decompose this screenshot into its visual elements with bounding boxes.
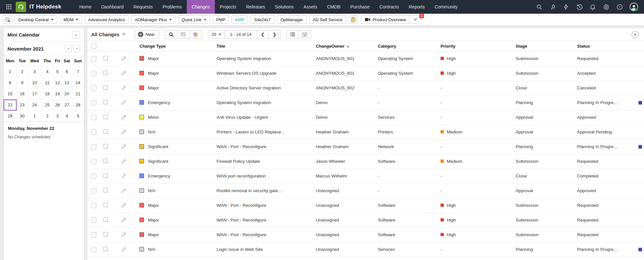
quicklink-admanager-plus[interactable]: ADManager Plus <box>131 15 175 24</box>
search-icon[interactable] <box>536 4 542 10</box>
table-row[interactable]: Major WAN - Port - Reconfigure Unassigne… <box>87 213 644 227</box>
calendar-day[interactable]: 19 <box>53 88 62 99</box>
calendar-day[interactable]: 11 <box>41 77 53 88</box>
list-view-icon[interactable] <box>286 30 299 39</box>
edit-pencil-icon[interactable] <box>121 57 127 62</box>
help-icon[interactable]: ? <box>616 4 623 10</box>
calendar-day[interactable]: 17 <box>28 88 41 99</box>
calendar-day[interactable]: 29 <box>4 111 17 122</box>
next-page-icon[interactable]: ❯ <box>269 30 281 39</box>
calendar-day[interactable]: 10 <box>28 77 41 88</box>
row-checkbox[interactable] <box>91 203 96 208</box>
calendar-day[interactable]: 5 <box>53 66 62 77</box>
quicklink-site24x7[interactable]: Site24x7 <box>250 15 274 24</box>
settings-icon[interactable] <box>603 4 609 10</box>
quicklink-mdm[interactable]: MDM <box>60 15 82 24</box>
table-row[interactable]: N/A Rootkit removal in security gate... … <box>87 183 644 198</box>
associate-icon[interactable] <box>103 86 108 91</box>
calendar-day[interactable]: 1 <box>28 111 41 122</box>
flash-icon[interactable] <box>563 4 569 10</box>
search-icon[interactable] <box>165 30 177 39</box>
prev-page-icon[interactable]: ❮ <box>257 30 269 39</box>
more-actions-icon[interactable] <box>632 31 639 38</box>
quicklink-pmp[interactable]: PMP <box>213 15 229 24</box>
clipboard-icon[interactable] <box>349 15 358 24</box>
associate-icon[interactable] <box>103 145 108 150</box>
notifications-icon[interactable] <box>589 4 596 10</box>
calendar-day[interactable]: 4 <box>41 66 53 77</box>
edit-pencil-icon[interactable] <box>121 189 127 194</box>
nav-item-changes[interactable]: Changes <box>187 0 215 14</box>
add-quicklink-icon[interactable] <box>3 15 12 24</box>
associate-icon[interactable] <box>103 160 108 165</box>
associate-icon[interactable] <box>103 72 108 77</box>
table-row[interactable]: Major WAN - Port - Reconfigure Unassigne… <box>87 227 644 242</box>
column-header-changeowner[interactable]: ChangeOwner▲ <box>314 41 376 51</box>
select-all-checkbox[interactable] <box>91 44 96 49</box>
calendar-day[interactable]: 26 <box>53 99 62 111</box>
calendar-day[interactable]: 21 <box>72 88 84 99</box>
nav-item-reports[interactable]: Reports <box>404 0 430 14</box>
helpdesk-logo-icon[interactable] <box>16 2 26 12</box>
nav-item-dashboard[interactable]: Dashboard <box>96 0 129 14</box>
calendar-day[interactable]: 3 <box>28 66 41 77</box>
row-checkbox[interactable] <box>91 247 96 252</box>
associate-icon[interactable] <box>103 204 108 209</box>
calendar-day[interactable]: 14 <box>72 77 84 88</box>
column-header-category[interactable]: Category <box>376 41 439 51</box>
prev-month-icon[interactable]: ‹ <box>65 45 72 52</box>
calendar-day[interactable]: 24 <box>28 99 41 111</box>
calendar-day[interactable]: 28 <box>72 99 84 111</box>
edit-pencil-icon[interactable] <box>121 101 127 106</box>
row-checkbox[interactable] <box>91 159 96 164</box>
edit-pencil-icon[interactable] <box>121 219 127 223</box>
history-icon[interactable] <box>576 4 583 10</box>
quicklink-advanced-analytics[interactable]: Advanced Analytics <box>85 15 129 24</box>
quicklink-desktop-central[interactable]: Desktop Central <box>15 15 57 24</box>
edit-pencil-icon[interactable] <box>121 233 127 238</box>
table-row[interactable]: Major Operating System migration ANONYMO… <box>87 51 644 66</box>
quicklink-kmp[interactable]: KMP <box>232 15 248 24</box>
table-row[interactable]: N/A Login Issue in Web Site Unassigned S… <box>87 242 644 257</box>
edit-pencil-icon[interactable] <box>121 160 127 165</box>
calendar-day[interactable]: 2 <box>17 66 28 77</box>
column-header-title[interactable]: Title <box>215 41 314 51</box>
associate-icon[interactable] <box>103 116 108 121</box>
column-header-status[interactable]: Status <box>575 41 644 51</box>
next-month-icon[interactable]: › <box>73 45 80 52</box>
calendar-day[interactable]: 16 <box>17 88 28 99</box>
calendar-day[interactable]: 12 <box>53 77 62 88</box>
table-row[interactable]: Emergency WAN port reconfiguration Marcu… <box>87 169 644 183</box>
nav-item-purchase[interactable]: Purchase <box>346 0 375 14</box>
calendar-day-selected[interactable]: 22 <box>4 99 17 111</box>
associate-icon[interactable] <box>103 57 108 62</box>
status-overflow-indicator[interactable] <box>638 101 642 104</box>
row-checkbox[interactable] <box>91 174 96 179</box>
app-grid-icon[interactable] <box>3 0 14 14</box>
associate-icon[interactable] <box>103 175 108 179</box>
row-checkbox[interactable] <box>91 144 96 149</box>
row-checkbox[interactable] <box>91 100 96 105</box>
calendar-day[interactable]: 8 <box>4 77 17 88</box>
calendar-day[interactable]: 3 <box>53 111 62 122</box>
nav-item-home[interactable]: Home <box>74 0 96 14</box>
associate-icon[interactable] <box>103 189 108 194</box>
row-checkbox[interactable] <box>91 232 96 237</box>
row-checkbox[interactable] <box>91 218 96 223</box>
nav-item-community[interactable]: Community <box>430 0 463 14</box>
nav-item-problems[interactable]: Problems <box>158 0 187 14</box>
nav-item-requests[interactable]: Requests <box>128 0 157 14</box>
calendar-day[interactable]: 1 <box>4 66 17 77</box>
associate-icon[interactable] <box>103 219 108 223</box>
status-overflow-indicator[interactable] <box>638 248 642 251</box>
calendar-day[interactable]: 18 <box>41 88 53 99</box>
calendar-day[interactable]: 6 <box>62 66 72 77</box>
table-row[interactable]: Minor Anti Virus Update - Urgent Demo Se… <box>87 110 644 125</box>
row-checkbox[interactable] <box>91 188 96 193</box>
table-row[interactable]: Major WAN - Port - Reconfigure Unassigne… <box>87 198 644 213</box>
edit-pencil-icon[interactable] <box>121 116 127 121</box>
associate-icon[interactable] <box>103 248 108 253</box>
nav-item-assets[interactable]: Assets <box>298 0 322 14</box>
calendar-day[interactable]: 25 <box>41 99 53 111</box>
quicklink-quick-link[interactable]: Quick Link <box>178 15 210 24</box>
